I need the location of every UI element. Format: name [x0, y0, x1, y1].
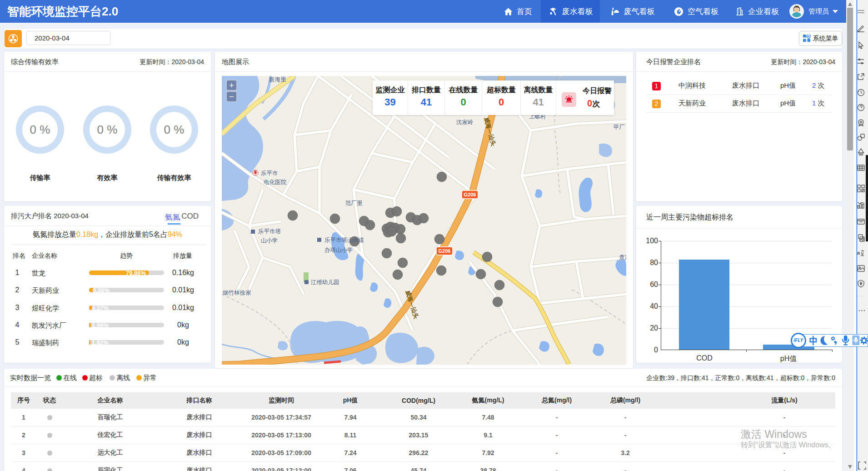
svg-text:办塔山小学: 办塔山小学 — [324, 247, 353, 253]
svg-text:a: a — [857, 250, 860, 256]
svg-text:乐平市: 乐平市 — [261, 170, 278, 176]
svg-text:乐平市塔山街道: 乐平市塔山街道 — [324, 237, 364, 243]
svg-text:山小学: 山小学 — [261, 237, 278, 244]
svg-text:范厂里: 范厂里 — [345, 200, 363, 206]
svg-text:G206: G206 — [464, 192, 476, 197]
svg-text:沈家岭: 沈家岭 — [456, 119, 474, 125]
svg-text:G206: G206 — [439, 248, 451, 254]
svg-text:江维幼儿园: 江维幼儿园 — [311, 279, 339, 286]
svg-text:新海里: 新海里 — [269, 76, 286, 83]
svg-text:查家: 查家 — [619, 254, 626, 261]
svg-text:烟竹林徐家: 烟竹林徐家 — [223, 290, 251, 296]
svg-text:甲厂: 甲厂 — [614, 124, 625, 130]
svg-text:电化医院: 电化医院 — [264, 179, 287, 185]
svg-text:乐平市塔: 乐平市塔 — [258, 228, 281, 235]
